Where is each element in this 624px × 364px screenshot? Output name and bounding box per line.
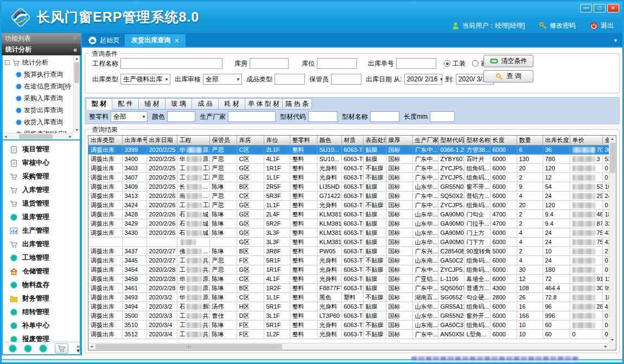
radio-gongzhuang[interactable]: 工装 — [444, 59, 466, 68]
material-tab-consumable[interactable]: 耗 材 — [219, 98, 245, 110]
column-header[interactable]: 工程 — [177, 136, 209, 145]
outbound-type-select[interactable]: 生产领料出库▼ — [120, 74, 170, 85]
column-header[interactable]: 型材名称 — [464, 136, 490, 145]
sidebar-item-audit-center[interactable]: 审核中心 — [3, 156, 80, 170]
table-row[interactable]: 调拨出库34242020/2/26工工程严思G区1L1F整料光身料6063-T5… — [88, 201, 609, 210]
product-type-input[interactable] — [275, 74, 305, 85]
table-row[interactable]: G区3L3F整料KLM38176063-T5贴膜国标山东华...GA90M09.… — [88, 238, 609, 247]
table-row[interactable]: 调拨出库34302020/2/26石城陈琳G区3L3F整料KLM38176063… — [88, 228, 609, 238]
scrollbar-thumb[interactable] — [610, 143, 615, 173]
column-header[interactable]: 金额 — [602, 136, 609, 145]
table-row[interactable]: 调拨出库34612020/2/28华原...陈琳B区1R2F整料F8877FT6… — [88, 284, 609, 293]
column-header[interactable]: 生产厂家 — [412, 136, 438, 145]
scrollbar-thumb[interactable] — [19, 134, 53, 139]
dot-icon[interactable] — [24, 345, 31, 352]
column-header[interactable]: 保管员 — [209, 136, 237, 145]
material-tab-auxiliary[interactable]: 辅 材 — [139, 98, 165, 110]
table-row[interactable]: 调拨出库34542020/2/28工共工程严思G区1R1F整料光身料6063-T… — [88, 265, 609, 274]
column-header[interactable]: 表面处理 — [363, 136, 386, 145]
sidebar-item-purchase-mgmt[interactable]: 采购管理 — [3, 170, 80, 183]
sidebar-item-project-mgmt[interactable]: 项目管理 — [3, 143, 80, 156]
scrollbar-thumb[interactable] — [95, 344, 282, 349]
minimize-button[interactable]: — — [580, 4, 592, 12]
material-tab-profile[interactable]: 型 材 — [86, 98, 112, 110]
sidebar-item-scrap-mgmt[interactable]: 报废管理 — [3, 333, 80, 342]
tree-item-budget-execution-query[interactable]: 预算执行查询 — [5, 68, 72, 80]
dot-icon[interactable] — [40, 345, 47, 352]
change-password-button[interactable]: 修改密码 — [539, 21, 576, 30]
column-header[interactable]: 膜厚 — [386, 136, 412, 145]
tree-expander-icon[interactable]: - — [5, 60, 10, 65]
dot-icon[interactable] — [9, 345, 16, 352]
column-header[interactable]: 数量 — [517, 136, 543, 145]
material-tab-glass[interactable]: 玻 璃 — [165, 98, 192, 110]
sidebar-item-production-mgmt[interactable]: 生产管理 — [3, 224, 80, 238]
tree-root-statistics[interactable]: - 统计分析 — [5, 57, 72, 68]
grid-vertical-scrollbar[interactable]: ▲ ▼ — [609, 136, 616, 343]
scroll-right-icon[interactable]: ► — [603, 343, 609, 349]
table-row[interactable]: 调拨出库34942020/3/2石辉城汤伟H区5R1F整料光身料6063-T5贴… — [88, 302, 609, 311]
sidebar-item-return-goods-mgmt[interactable]: 退货管理 — [3, 197, 80, 210]
table-row[interactable]: 调拨出库34282020/2/26石城陈琳G区2L4F整料KLM38176063… — [88, 210, 609, 219]
column-header[interactable]: 出库长度 — [543, 136, 570, 145]
grid-horizontal-scrollbar[interactable]: ◄ ► — [88, 343, 609, 350]
tree-item-in-transit-query[interactable]: 在途信息查询[待 — [5, 80, 72, 92]
sidebar-item-carryover-mgmt[interactable]: 结转管理 — [3, 305, 80, 319]
tab-shipping-outbound-query[interactable]: 发货出库查询 × — [125, 34, 186, 47]
column-header[interactable]: 出库单号 — [122, 136, 147, 145]
table-row[interactable]: 调拨出库34452020/2/27工共工程严思F区5R1F整料光身料6063-T… — [88, 256, 609, 265]
tree-horizontal-scrollbar[interactable]: ◄► — [3, 133, 73, 139]
search-button[interactable]: 查 询 — [483, 70, 533, 82]
table-row[interactable]: 调拨出库35002020/3/3工共工程曹佳D区3L1F整料LT3P606063… — [88, 311, 609, 321]
tab-home[interactable]: 起始页 — [83, 34, 125, 47]
table-row[interactable]: 调拨出库33992020/2/25华原...严思C区2L1F整料SU10...6… — [88, 145, 609, 155]
statistics-section-header[interactable]: 统计分析 « — [2, 44, 81, 55]
scroll-left-icon[interactable]: ◄ — [88, 343, 94, 349]
pin-icon[interactable] — [72, 35, 78, 42]
color-input[interactable] — [167, 111, 195, 122]
column-header[interactable]: 库位 — [264, 136, 290, 145]
table-row[interactable]: 调拨出库35122020/3/4工共工程陈琳F区1L2F整料光身料6063-T5… — [88, 330, 609, 339]
close-button[interactable]: × — [607, 4, 619, 12]
tree-vertical-scrollbar[interactable]: ▲▼ — [73, 55, 80, 133]
column-header[interactable]: 出库日期 — [147, 136, 177, 145]
sidebar-item-inbound-mgmt[interactable]: 入库管理 — [3, 183, 80, 197]
table-row[interactable]: 调拨出库34032020/2/25工工程严思G区1R1F整料光身料6063-T5… — [88, 164, 609, 173]
project-name-input[interactable] — [120, 58, 222, 69]
tree-item-shipping-outbound-query[interactable]: 发货出库查询 — [5, 104, 72, 116]
profile-code-input[interactable] — [308, 111, 338, 122]
keeper-input[interactable] — [331, 74, 361, 85]
sidebar-item-return-warehouse-mgmt[interactable]: 退库管理 — [3, 210, 80, 224]
tab-close-icon[interactable]: × — [175, 36, 179, 44]
sidebar-item-site-mgmt[interactable]: 工地管理 — [3, 251, 80, 265]
column-header[interactable]: 出库类型 — [88, 136, 122, 145]
tree-item-purchase-inbound-query[interactable]: 采购入库查询 — [5, 92, 72, 104]
clear-conditions-button[interactable]: 清空条件 — [483, 55, 533, 67]
warehouse-input[interactable] — [250, 58, 289, 69]
more-buttons-chevron[interactable]: »▾ — [77, 344, 80, 353]
scroll-down-icon[interactable]: ▼ — [74, 127, 80, 133]
sidebar-item-warehouse-mgmt[interactable]: 仓储管理 — [3, 265, 80, 278]
maximize-button[interactable]: □ — [594, 4, 606, 12]
scroll-left-icon[interactable]: ◄ — [3, 133, 9, 139]
scroll-down-icon[interactable]: ▼ — [609, 337, 615, 343]
sidebar-item-finance-mgmt[interactable]: 财务管理 — [3, 292, 80, 305]
material-tab-finished[interactable]: 成 品 — [192, 98, 219, 110]
material-tab-thermal-break[interactable]: 隔 热 条 — [283, 98, 312, 110]
scrollbar-thumb[interactable] — [74, 62, 79, 83]
tree-item-return-warehouse-query[interactable]: 退库管理[待定] — [5, 140, 72, 141]
scroll-right-icon[interactable]: ► — [67, 133, 73, 139]
tree-item-receiving-inbound-query[interactable]: 收货入库查询 — [5, 116, 72, 128]
column-header[interactable]: 颜色 — [317, 136, 341, 145]
table-row[interactable]: 调拨出库35102020/3/4工共工程陈琳F区5R1F整料光身料6063-T5… — [88, 321, 609, 330]
collapse-icon[interactable]: « — [73, 46, 77, 54]
outbound-audit-select[interactable]: 全部▼ — [203, 74, 242, 85]
table-row[interactable]: 调拨出库34132020/2/26南...严思C区5R3F整料G71422606… — [88, 191, 609, 201]
column-header[interactable]: 单价 — [570, 136, 602, 145]
sidebar-item-outbound-mgmt[interactable]: 出库管理 — [3, 238, 80, 251]
profile-name-input[interactable] — [370, 111, 399, 122]
tab-list-caret-icon[interactable]: ▼ — [613, 38, 618, 43]
outbound-order-no-input[interactable] — [396, 58, 436, 69]
whole-part-select[interactable]: 全部▼ — [111, 111, 148, 122]
table-row[interactable]: 调拨出库34092020/2/25长...陈琳B区2R5F整料LI35HD606… — [88, 182, 609, 191]
